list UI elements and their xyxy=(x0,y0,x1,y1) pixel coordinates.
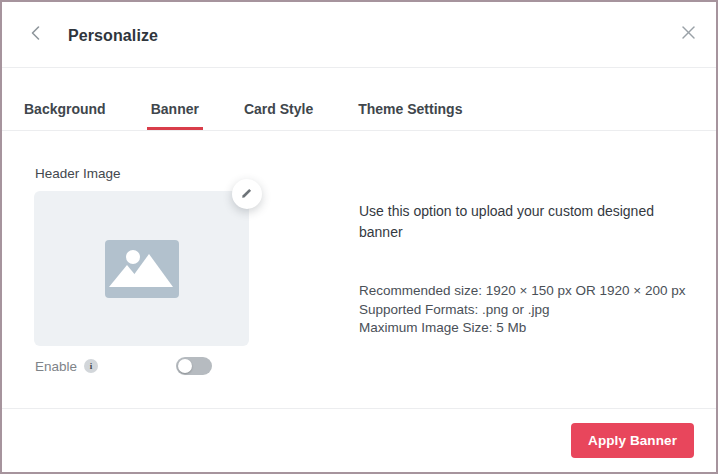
banner-description: Use this option to upload your custom de… xyxy=(359,201,679,243)
banner-specs: Recommended size: 1920 × 150 px OR 1920 … xyxy=(359,282,694,338)
personalize-modal: Personalize Background Banner Card Style… xyxy=(0,0,718,474)
toggle-knob xyxy=(178,359,192,373)
supported-formats-text: Supported Formats: .png or .jpg xyxy=(359,301,694,320)
banner-panel: Header Image Enable i xyxy=(2,131,716,408)
back-button[interactable] xyxy=(20,20,50,50)
image-placeholder-icon xyxy=(105,240,179,298)
close-button[interactable] xyxy=(672,18,704,50)
info-icon[interactable]: i xyxy=(84,359,98,373)
banner-preview-card xyxy=(34,191,249,346)
modal-footer: Apply Banner xyxy=(2,408,716,472)
header-image-label: Header Image xyxy=(35,166,121,181)
banner-help-column: Use this option to upload your custom de… xyxy=(359,201,694,338)
pencil-icon xyxy=(241,185,253,203)
tab-bar: Background Banner Card Style Theme Setti… xyxy=(2,69,716,131)
recommended-size-text: Recommended size: 1920 × 150 px OR 1920 … xyxy=(359,282,694,301)
page-title: Personalize xyxy=(68,27,158,45)
edit-banner-button[interactable] xyxy=(232,179,262,209)
apply-banner-button[interactable]: Apply Banner xyxy=(571,423,694,458)
enable-row: Enable i xyxy=(35,356,250,376)
chevron-left-icon xyxy=(30,25,41,45)
tab-theme-settings[interactable]: Theme Settings xyxy=(358,69,462,130)
tab-banner[interactable]: Banner xyxy=(151,69,199,130)
tab-background[interactable]: Background xyxy=(24,69,106,130)
enable-toggle[interactable] xyxy=(176,357,212,375)
tab-card-style[interactable]: Card Style xyxy=(244,69,313,130)
modal-header: Personalize xyxy=(2,2,716,68)
close-icon xyxy=(681,25,696,44)
max-image-size-text: Maximum Image Size: 5 Mb xyxy=(359,319,694,338)
enable-label: Enable xyxy=(35,359,77,374)
